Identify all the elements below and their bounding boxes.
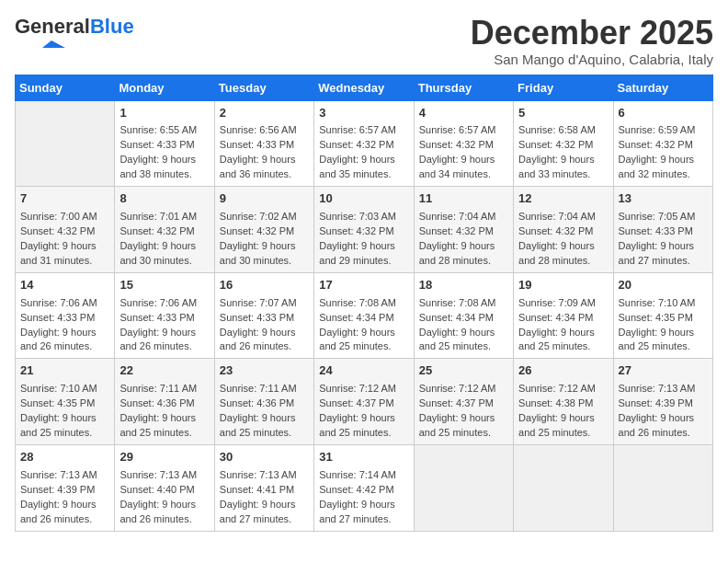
day-number: 23 [220,362,309,380]
cell-info-line: Sunset: 4:33 PM [119,138,209,153]
calendar-cell: 15Sunrise: 7:06 AMSunset: 4:33 PMDayligh… [115,272,214,359]
calendar-cell: 25Sunrise: 7:12 AMSunset: 4:37 PMDayligh… [414,359,513,445]
cell-info-line: and 27 minutes. [619,254,708,269]
calendar-cell: 5Sunrise: 6:58 AMSunset: 4:32 PMDaylight… [514,100,613,187]
cell-info-line: and 25 minutes. [419,426,508,441]
cell-info-line: Sunrise: 7:13 AM [220,468,309,483]
cell-info-line: Sunset: 4:40 PM [119,483,209,498]
cell-info-line: Sunset: 4:32 PM [119,224,209,239]
cell-info-line: Sunset: 4:32 PM [619,138,708,153]
cell-info-line: and 26 minutes. [619,426,708,441]
cell-info-line: Sunset: 4:33 PM [20,311,109,326]
calendar-cell: 21Sunrise: 7:10 AMSunset: 4:35 PMDayligh… [16,359,115,445]
page-header: General Blue December 2025 San Mango d'A… [15,15,713,67]
calendar-cell: 2Sunrise: 6:56 AMSunset: 4:33 PMDaylight… [214,100,313,187]
cell-info-line: Sunset: 4:33 PM [220,138,309,153]
cell-info-line: Sunrise: 7:02 AM [220,210,309,224]
cell-info-line: Sunset: 4:42 PM [319,483,408,498]
calendar-cell: 23Sunrise: 7:11 AMSunset: 4:36 PMDayligh… [214,359,313,445]
calendar-cell: 13Sunrise: 7:05 AMSunset: 4:33 PMDayligh… [613,187,712,273]
weekday-header-saturday: Saturday [613,75,712,100]
cell-info-line: and 25 minutes. [518,426,608,441]
day-number: 17 [319,277,408,294]
cell-info-line: Daylight: 9 hours [119,239,209,254]
calendar-cell: 7Sunrise: 7:00 AMSunset: 4:32 PMDaylight… [16,187,115,273]
cell-info-line: Daylight: 9 hours [518,411,608,426]
cell-info-line: and 29 minutes. [319,254,408,269]
weekday-row: SundayMondayTuesdayWednesdayThursdayFrid… [16,75,713,100]
cell-info-line: Sunrise: 6:57 AM [419,123,508,138]
cell-info-line: Sunset: 4:36 PM [220,396,309,411]
cell-info-line: and 25 minutes. [20,426,109,441]
cell-info-line: Sunrise: 7:08 AM [419,296,508,311]
cell-info-line: Sunrise: 7:14 AM [319,468,408,483]
cell-info-line: Sunrise: 7:06 AM [20,296,109,311]
cell-info-line: Sunrise: 7:12 AM [419,382,508,396]
cell-info-line: Sunset: 4:41 PM [220,483,309,498]
calendar-week-2: 7Sunrise: 7:00 AMSunset: 4:32 PMDaylight… [16,187,713,273]
cell-info-line: Sunrise: 6:56 AM [220,123,309,138]
cell-info-line: and 25 minutes. [518,339,608,354]
day-number: 24 [319,362,408,380]
cell-info-line: Sunrise: 7:00 AM [20,210,109,224]
cell-info-line: Daylight: 9 hours [419,239,508,254]
day-number: 10 [319,190,408,208]
calendar-cell [414,444,513,531]
logo-icon [15,39,65,52]
title-section: December 2025 San Mango d'Aquino, Calabr… [471,15,713,67]
day-number: 13 [619,190,708,208]
cell-info-line: Sunrise: 7:13 AM [20,468,109,483]
calendar-cell [613,444,712,531]
month-title: December 2025 [471,15,713,52]
weekday-header-wednesday: Wednesday [314,75,414,100]
cell-info-line: Daylight: 9 hours [319,239,408,254]
location-subtitle: San Mango d'Aquino, Calabria, Italy [471,52,713,67]
cell-info-line: and 30 minutes. [220,254,309,269]
day-number: 22 [119,362,209,380]
cell-info-line: Daylight: 9 hours [518,326,608,340]
cell-info-line: Daylight: 9 hours [20,498,109,512]
calendar-cell: 27Sunrise: 7:13 AMSunset: 4:39 PMDayligh… [613,359,712,445]
cell-info-line: Sunrise: 7:01 AM [119,210,209,224]
cell-info-line: Sunset: 4:35 PM [619,311,708,326]
cell-info-line: Daylight: 9 hours [419,326,508,340]
weekday-header-monday: Monday [115,75,214,100]
calendar-cell: 10Sunrise: 7:03 AMSunset: 4:32 PMDayligh… [314,187,414,273]
cell-info-line: Sunrise: 6:57 AM [319,123,408,138]
calendar-header: SundayMondayTuesdayWednesdayThursdayFrid… [16,75,713,100]
calendar-cell: 18Sunrise: 7:08 AMSunset: 4:34 PMDayligh… [414,272,513,359]
day-number: 14 [20,277,109,294]
cell-info-line: and 31 minutes. [20,254,109,269]
cell-info-line: and 33 minutes. [518,167,608,182]
cell-info-line: and 28 minutes. [419,254,508,269]
calendar-cell: 11Sunrise: 7:04 AMSunset: 4:32 PMDayligh… [414,187,513,273]
svg-marker-0 [15,40,65,48]
weekday-header-thursday: Thursday [414,75,513,100]
cell-info-line: and 25 minutes. [419,339,508,354]
cell-info-line: Daylight: 9 hours [319,326,408,340]
cell-info-line: Sunrise: 7:07 AM [220,296,309,311]
day-number: 9 [220,190,309,208]
cell-info-line: Sunrise: 6:58 AM [518,123,608,138]
cell-info-line: Sunset: 4:33 PM [619,224,708,239]
day-number: 25 [419,362,508,380]
calendar-cell: 9Sunrise: 7:02 AMSunset: 4:32 PMDaylight… [214,187,313,273]
day-number: 2 [220,105,309,122]
cell-info-line: Sunset: 4:32 PM [518,138,608,153]
cell-info-line: Sunset: 4:37 PM [419,396,508,411]
cell-info-line: Sunrise: 7:10 AM [20,382,109,396]
cell-info-line: Daylight: 9 hours [619,153,708,167]
cell-info-line: Sunset: 4:32 PM [319,224,408,239]
cell-info-line: Sunset: 4:36 PM [119,396,209,411]
logo-blue: Blue [90,15,134,39]
cell-info-line: Sunrise: 7:13 AM [619,382,708,396]
cell-info-line: Sunrise: 7:12 AM [319,382,408,396]
cell-info-line: and 26 minutes. [20,512,109,527]
day-number: 4 [419,105,508,122]
cell-info-line: and 38 minutes. [119,167,209,182]
cell-info-line: and 27 minutes. [319,512,408,527]
calendar-cell: 12Sunrise: 7:04 AMSunset: 4:32 PMDayligh… [514,187,613,273]
calendar-cell: 3Sunrise: 6:57 AMSunset: 4:32 PMDaylight… [314,100,414,187]
cell-info-line: Sunrise: 7:10 AM [619,296,708,311]
day-number: 20 [619,277,708,294]
